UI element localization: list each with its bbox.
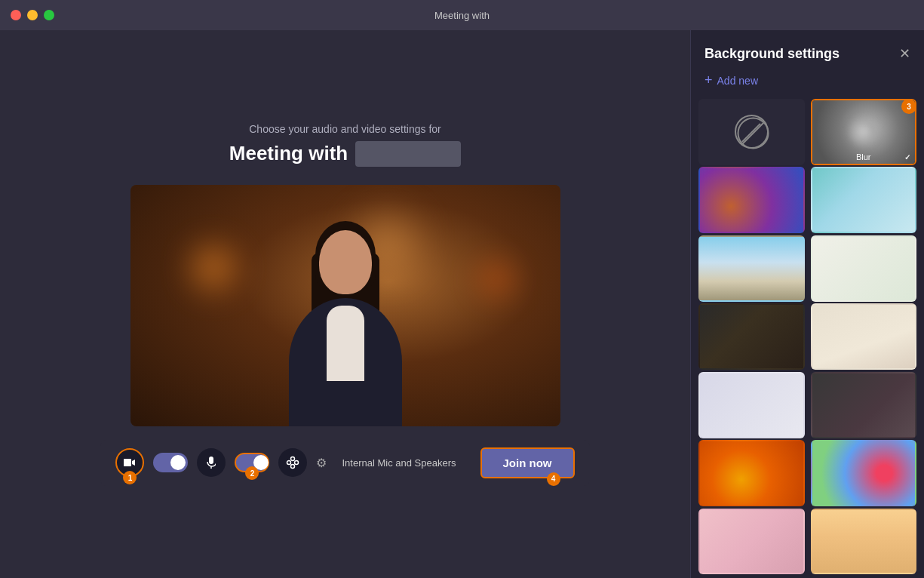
person-silhouette [270,208,421,426]
bg-item-6[interactable] [811,303,917,370]
bg-none-item[interactable] [698,99,805,165]
bokeh-3 [477,260,515,298]
titlebar: Meeting with [0,0,924,30]
svg-rect-0 [209,457,213,464]
badge-2: 2 [245,466,259,480]
svg-point-2 [287,461,291,465]
audio-device-label: Internal Mic and Speakers [342,457,456,469]
bg-item-5[interactable] [698,303,805,370]
content-area: Choose your audio and video settings for… [0,30,924,578]
bg-item-4[interactable] [811,235,917,302]
bg-item-1[interactable] [698,167,805,233]
bg-item-3[interactable] [698,235,805,302]
bg-item-10[interactable] [811,440,917,506]
microphone-button[interactable] [197,448,226,477]
bokeh-1 [191,245,236,291]
badge-4: 4 [547,472,560,486]
meeting-title-row: Meeting with [229,141,461,167]
window-controls [11,10,54,20]
mic-toggle-wrap: 2 [235,453,269,472]
bg-item-11[interactable] [698,509,805,575]
blur-circle-preview [850,118,876,145]
bg-item-8[interactable] [811,372,917,438]
close-window-button[interactable] [11,10,21,20]
bg-item-2[interactable] [811,167,917,233]
meeting-name-redacted [355,141,461,167]
svg-point-3 [291,457,295,461]
background-settings-panel: Background settings ✕ + Add new 3 [690,30,924,578]
video-camera-wrap: 1 [115,448,144,477]
no-background-icon [736,116,770,150]
bg-item-9[interactable] [698,440,805,506]
window-title: Meeting with [434,10,490,21]
setup-panel: Choose your audio and video settings for… [0,30,690,578]
join-button-wrap: Join now 4 [480,447,575,478]
blur-check: ✓ [904,153,910,161]
background-grid: 3 Blur ✓ [691,99,924,578]
toggle-knob [170,455,186,470]
svg-line-7 [741,121,765,145]
svg-point-5 [291,465,295,469]
bg-item-12[interactable] [811,509,917,575]
blur-label: Blur [856,152,871,161]
svg-point-4 [295,461,299,465]
video-preview [130,185,560,426]
camera-icon [124,458,136,467]
audio-settings-icon[interactable]: ⚙ [316,456,327,470]
join-now-button[interactable]: Join now [480,447,575,478]
close-bg-settings-button[interactable]: ✕ [899,45,910,62]
meeting-title: Meeting with [229,142,348,165]
bg-blur-item[interactable]: 3 Blur ✓ [811,99,917,165]
controls-bar: 1 2 [100,440,589,486]
bg-settings-header: Background settings ✕ [691,30,924,72]
bg-badge-3: 3 [901,99,916,114]
effects-button[interactable] [278,448,307,477]
none-icon [735,115,769,149]
maximize-window-button[interactable] [44,10,54,20]
bg-settings-title: Background settings [705,46,840,62]
setup-label: Choose your audio and video settings for [249,123,441,135]
bg-item-7[interactable] [698,372,805,438]
plus-icon: + [705,72,713,88]
video-toggle-wrap [153,453,188,472]
add-new-background-button[interactable]: + Add new [691,72,924,99]
badge-1: 1 [123,471,137,484]
effects-icon [286,456,299,469]
add-new-label: Add new [717,75,758,87]
mic-icon [207,457,216,469]
video-toggle[interactable] [153,453,188,472]
shirt [327,306,364,381]
minimize-window-button[interactable] [27,10,38,20]
face [319,230,372,294]
